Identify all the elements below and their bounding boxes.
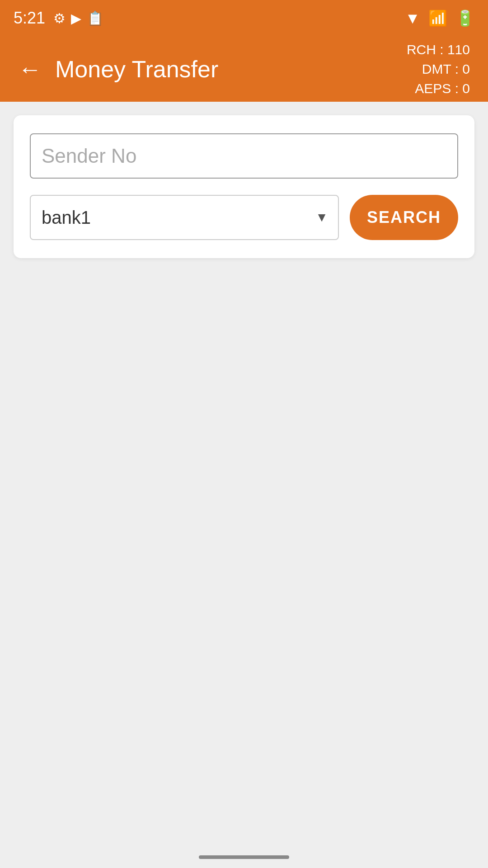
signal-icon: 📶 [428,9,447,27]
play-icon: ▶ [71,10,81,26]
search-button[interactable]: SEARCH [350,195,458,240]
gear-icon: ⚙ [53,10,66,26]
aeps-stat: AEPS : 0 [415,80,470,97]
bank-select-wrapper: bank1 bank2 bank3 ▼ [30,195,339,240]
status-bar: 5:21 ⚙ ▶ 📋 ▼ 📶 🔋 [0,0,488,36]
home-indicator [199,855,289,859]
bottom-row: bank1 bank2 bank3 ▼ SEARCH [30,195,458,240]
status-icons: ⚙ ▶ 📋 [53,10,103,26]
status-bar-right: ▼ 📶 🔋 [405,9,474,27]
sender-input[interactable] [30,133,458,179]
main-content: bank1 bank2 bank3 ▼ SEARCH [0,102,488,272]
battery-icon: 🔋 [455,9,474,27]
app-header: ← Money Transfer RCH : 110 DMT : 0 AEPS … [0,36,488,102]
status-bar-left: 5:21 ⚙ ▶ 📋 [14,9,103,28]
back-button[interactable]: ← [18,56,42,83]
search-card: bank1 bank2 bank3 ▼ SEARCH [14,115,474,258]
bank-select[interactable]: bank1 bank2 bank3 [30,195,339,240]
status-time: 5:21 [14,9,45,28]
page-title: Money Transfer [55,56,218,83]
sim-icon: 📋 [87,10,103,26]
header-stats: RCH : 110 DMT : 0 AEPS : 0 [407,41,470,97]
dmt-stat: DMT : 0 [422,60,470,78]
header-left: ← Money Transfer [18,56,218,83]
wifi-icon: ▼ [405,9,420,27]
rch-stat: RCH : 110 [407,41,470,58]
sender-input-wrapper [30,133,458,179]
